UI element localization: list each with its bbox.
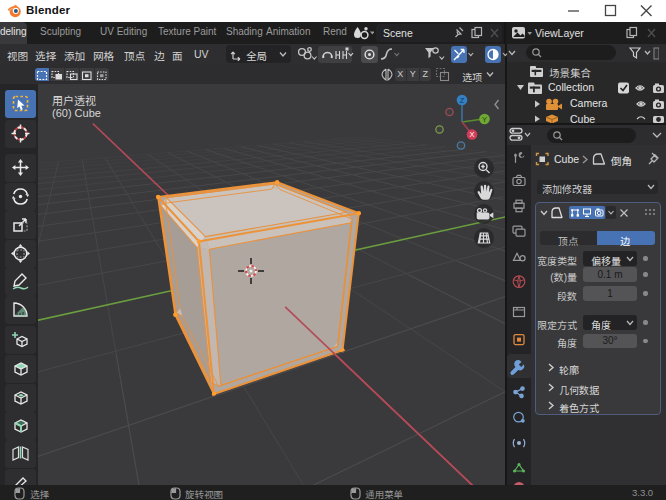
svg-text:Y: Y bbox=[482, 115, 487, 124]
svg-text:X: X bbox=[469, 130, 474, 139]
svg-text:Z: Z bbox=[460, 96, 465, 105]
